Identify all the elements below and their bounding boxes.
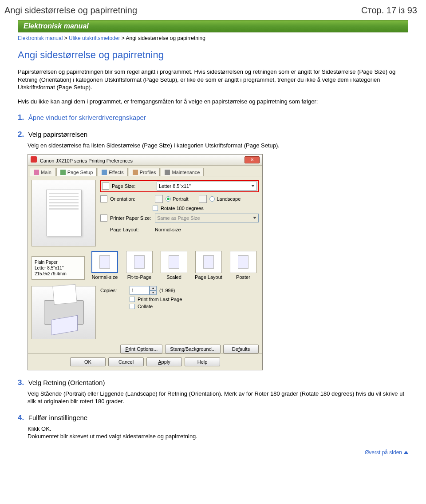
layout-normal[interactable]: Normal-size [89, 251, 120, 280]
help-button[interactable]: Help [185, 357, 220, 366]
defaults-button[interactable]: Defaults [223, 345, 259, 353]
breadcrumb-sep: > [122, 35, 125, 41]
step-title-link[interactable]: Åpne vinduet for skriverdriveregnskaper [28, 114, 146, 121]
breadcrumb-current: Angi sidestørrelse og papirretning [126, 35, 205, 41]
step-body: Velg en sidestørrelse fra listen Sidestø… [28, 142, 408, 150]
orientation-icon [100, 195, 107, 202]
step-3: 3. Velg Retning (Orientation) [18, 378, 408, 387]
cancel-button[interactable]: Cancel [108, 357, 144, 366]
layout-fit[interactable]: Fit-to-Page [124, 251, 155, 280]
rotate-label: Rotate 180 degrees [161, 206, 204, 211]
step-4: 4. Fullfør innstillingene [18, 413, 408, 422]
printing-preferences-dialog: Canon JX210P series Printing Preferences… [28, 154, 263, 370]
portrait-icon [155, 195, 163, 203]
step-1: 1. Åpne vinduet for skriverdriveregnskap… [18, 113, 408, 122]
layout-poster[interactable]: Poster [228, 251, 259, 280]
chevron-down-icon [253, 217, 256, 219]
printer-paper-label: Printer Paper Size: [110, 215, 152, 221]
copies-spinner[interactable]: ▲▼ [130, 286, 157, 295]
copies-input[interactable] [130, 286, 150, 295]
landscape-radio[interactable]: Landscape [209, 196, 241, 202]
dialog-title-text: Canon JX210P series Printing Preferences [40, 158, 133, 163]
chevron-down-icon [251, 185, 255, 187]
collate-checkbox[interactable] [130, 304, 135, 309]
print-last-label: Print from Last Page [138, 297, 182, 302]
page-size-icon [102, 183, 109, 190]
step-2: 2. Velg papirstørrelsen [18, 130, 408, 139]
page-layout-label: Page Layout: [110, 227, 152, 232]
page-header: Angi sidestørrelse og papirretning Стор.… [0, 0, 426, 20]
page-layout-value: Normal-size [155, 227, 181, 232]
spin-up-icon[interactable]: ▲ [150, 286, 157, 290]
landscape-icon [199, 195, 207, 203]
tab-maintenance[interactable]: Maintenance [161, 168, 204, 176]
tab-effects[interactable]: Effects [98, 168, 127, 176]
page-indicator: Стор. 17 із 93 [361, 5, 417, 16]
printer-paper-icon [100, 214, 107, 222]
spin-down-icon[interactable]: ▼ [150, 290, 157, 295]
page-size-select[interactable]: Letter 8.5"x11" [157, 182, 257, 190]
stamp-background-button[interactable]: Stamp/Background... [165, 345, 221, 353]
printer-paper-select[interactable]: Same as Page Size [155, 214, 259, 222]
ok-button[interactable]: OK [70, 357, 106, 366]
copies-range: (1-999) [159, 288, 175, 293]
step-body: Velg Stående (Portrait) eller Liggende (… [28, 390, 408, 405]
page-title: Angi sidestørrelse og papirretning [18, 49, 408, 61]
portrait-radio[interactable]: Portrait [166, 196, 188, 202]
step-number: 1. [18, 113, 24, 122]
collate-label: Collate [138, 304, 153, 309]
paper-info-panel: Plain Paper Letter 8.5"x11" 215.9x279.4m… [32, 256, 85, 280]
layout-pagelayout[interactable]: Page Layout [193, 251, 224, 280]
maintenance-icon [165, 170, 170, 175]
apply-button[interactable]: Apply [146, 357, 182, 366]
intro-paragraph-1: Papirstørrelsen og papirretningen blir s… [18, 68, 408, 91]
page-size-label: Page Size: [112, 183, 154, 189]
page-preview [32, 180, 96, 246]
orientation-label: Orientation: [110, 196, 152, 202]
step-number: 3. [18, 378, 24, 387]
copies-label: Copies: [100, 288, 127, 293]
tab-page-setup[interactable]: Page Setup [56, 168, 97, 176]
page-size-highlight: Page Size: Letter 8.5"x11" [100, 180, 259, 192]
effects-icon [102, 170, 107, 175]
intro-paragraph-2: Hvis du ikke kan angi dem i programmet, … [18, 98, 408, 106]
manual-banner: Elektronisk manual [18, 20, 408, 32]
doc-title: Angi sidestørrelse og papirretning [4, 5, 137, 16]
step-title: Velg papirstørrelsen [28, 131, 87, 138]
close-button[interactable]: ✕ [245, 156, 260, 163]
breadcrumb-sep: > [64, 35, 67, 41]
step-body: Klikk OK. Dokumentet blir skrevet ut med… [28, 425, 408, 441]
step-title: Fullfør innstillingene [28, 414, 87, 421]
print-options-button[interactable]: Print Options... [120, 345, 162, 353]
dialog-titlebar: Canon JX210P series Printing Preferences… [28, 155, 262, 166]
breadcrumb-mid[interactable]: Ulike utskriftsmetoder [69, 35, 120, 41]
breadcrumb: Elektronisk manual > Ulike utskriftsmeto… [18, 35, 408, 41]
step-title: Velg Retning (Orientation) [28, 379, 105, 386]
layout-scaled[interactable]: Scaled [158, 251, 189, 280]
printer-illustration [32, 286, 96, 339]
breadcrumb-root[interactable]: Elektronisk manual [18, 35, 63, 41]
layout-options: Normal-size Fit-to-Page Scaled Page Layo… [89, 251, 259, 280]
main-icon [34, 170, 39, 175]
step-number: 4. [18, 413, 24, 422]
page-setup-icon [60, 170, 66, 175]
rotate-checkbox[interactable] [153, 206, 158, 211]
back-to-top-link[interactable]: Øverst på siden [18, 449, 408, 456]
up-arrow-icon [404, 451, 408, 454]
print-last-checkbox[interactable] [130, 297, 135, 302]
step-number: 2. [18, 130, 24, 139]
profiles-icon [133, 170, 138, 175]
tab-main[interactable]: Main [30, 168, 55, 176]
app-icon [31, 156, 37, 163]
dialog-tabs: Main Page Setup Effects Profiles Mainten… [28, 166, 262, 176]
tab-profiles[interactable]: Profiles [129, 168, 160, 176]
